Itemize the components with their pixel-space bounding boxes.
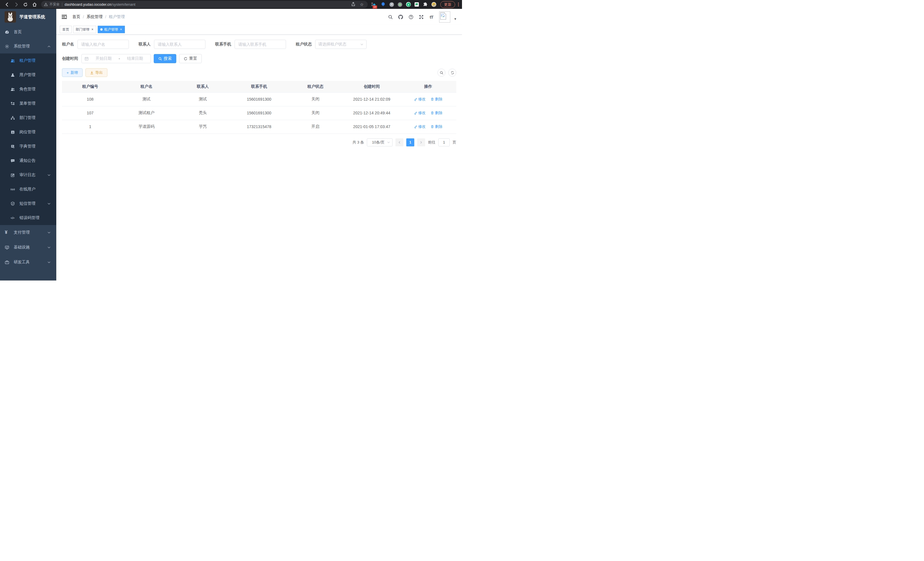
github-icon[interactable] (398, 14, 403, 20)
download-icon (90, 71, 94, 75)
browser-update-button[interactable]: 更新 (440, 1, 455, 8)
col-contact: 联系人 (175, 81, 231, 92)
trash-icon (430, 125, 434, 128)
col-create-time: 创建时间 (344, 81, 400, 92)
export-button[interactable]: 导出 (86, 68, 107, 77)
tag-dept[interactable]: 部门管理 × (73, 26, 96, 33)
edit-action[interactable]: 修改 (414, 97, 426, 102)
reset-button[interactable]: 重置 (179, 54, 202, 63)
sidebar-group-infra[interactable]: 基础设施 (0, 240, 56, 255)
tag-tenant[interactable]: 租户管理 × (98, 26, 125, 33)
browser-address-bar[interactable]: 不安全 dashboard.yudao.iocoder.cn/system/te… (41, 1, 368, 8)
extension-command-icon[interactable]: ⌘ (389, 2, 394, 7)
edit-action[interactable]: 修改 (414, 110, 426, 116)
status-select[interactable]: 请选择租户状态 (315, 40, 367, 49)
sidebar-item-label: 通知公告 (20, 158, 35, 163)
breadcrumb-home[interactable]: 首页 (72, 14, 80, 20)
total-count: 共 3 条 (352, 140, 364, 145)
refresh-table-button[interactable] (448, 69, 456, 77)
divider (62, 3, 62, 7)
next-page-button[interactable] (417, 138, 425, 146)
code-icon: </> (10, 216, 15, 220)
add-button[interactable]: + 新增 (62, 68, 82, 77)
sidebar-item-home[interactable]: 首页 (0, 25, 56, 39)
extension-balloon-icon[interactable] (381, 2, 386, 7)
share-icon[interactable] (351, 2, 356, 7)
bookmark-star-icon[interactable]: ☆ (360, 2, 364, 7)
sidebar-item-error-code[interactable]: </> 错误码管理 (0, 211, 56, 225)
browser-home-button[interactable] (32, 2, 37, 7)
sidebar-item-dept[interactable]: 部门管理 (0, 111, 56, 125)
avatar-caret-icon[interactable]: ▼ (454, 17, 457, 21)
sidebar-group-label: 审计日志 (20, 172, 35, 177)
extension-chat-icon[interactable] (415, 2, 419, 7)
trash-icon (430, 111, 434, 115)
page-size-select[interactable]: 10条/页 (367, 138, 393, 146)
toggle-search-button[interactable] (437, 69, 446, 77)
tag-close-icon[interactable]: × (120, 28, 122, 31)
extension-kite-icon[interactable]: ◆ 10 (372, 2, 377, 7)
site-security-chip[interactable]: 不安全 (44, 2, 60, 7)
refresh-icon (451, 71, 454, 75)
sidebar-item-online-user[interactable]: 在线用户 (0, 182, 56, 196)
start-date-placeholder[interactable]: 开始日期 (91, 56, 116, 61)
breadcrumb-current: 租户管理 (109, 14, 125, 20)
tag-label: 部门管理 (76, 27, 89, 32)
mobile-input[interactable] (235, 40, 286, 49)
browser-reload-button[interactable] (23, 2, 28, 7)
sidebar-group-pay[interactable]: ¥ 支付管理 (0, 225, 56, 240)
sidebar-item-label: 岗位管理 (20, 129, 35, 135)
notice-icon (10, 159, 15, 163)
sidebar-item-label: 租户管理 (20, 58, 35, 63)
sidebar-menu: 首页 系统管理 租户管理 用户管理 (0, 25, 56, 281)
sidebar-group-system[interactable]: 系统管理 (0, 39, 56, 53)
breadcrumb-system[interactable]: 系统管理 (87, 14, 103, 20)
sidebar-group-sms[interactable]: 短信管理 (0, 196, 56, 211)
tenant-name-input[interactable] (77, 40, 129, 49)
fullscreen-icon[interactable] (418, 14, 424, 20)
cell-tenant-id: 108 (62, 92, 118, 106)
extensions-puzzle-icon[interactable] (423, 2, 428, 7)
contact-input[interactable] (154, 40, 206, 49)
sidebar-item-label: 用户管理 (20, 72, 35, 77)
search-button[interactable]: 搜索 (154, 54, 176, 63)
browser-back-button[interactable] (4, 2, 10, 7)
extension-yuque-icon[interactable]: y (406, 2, 411, 7)
font-size-icon[interactable]: tT (429, 14, 434, 20)
page-number-1[interactable]: 1 (406, 138, 414, 146)
sidebar-group-audit-log[interactable]: 审计日志 (0, 168, 56, 182)
browser-menu-icon[interactable] (458, 3, 459, 6)
sidebar-item-label: 字典管理 (20, 144, 35, 149)
tag-close-icon[interactable]: × (91, 28, 94, 31)
sidebar-item-tenant[interactable]: 租户管理 (0, 53, 56, 68)
chevron-right-icon (420, 141, 423, 144)
sidebar-item-role[interactable]: 角色管理 (0, 82, 56, 96)
help-icon[interactable] (408, 14, 413, 20)
tenant-page: 租户名 联系人 联系手机 租户状态 请选择租户状态 (56, 35, 462, 281)
delete-action[interactable]: 删除 (430, 97, 442, 102)
sidebar-item-post[interactable]: 岗位管理 (0, 125, 56, 139)
delete-action[interactable]: 删除 (430, 110, 442, 116)
status-select-placeholder: 请选择租户状态 (318, 42, 360, 47)
prev-page-button[interactable] (395, 138, 404, 146)
profile-avatar-icon[interactable] (431, 2, 436, 7)
goto-page-input[interactable] (438, 138, 450, 146)
sidebar-item-notice[interactable]: 通知公告 (0, 153, 56, 168)
infra-icon (5, 245, 9, 250)
user-avatar[interactable] (439, 11, 450, 23)
warning-icon (44, 3, 48, 6)
sidebar-toggle-icon[interactable] (62, 14, 67, 20)
end-date-placeholder[interactable]: 结束日期 (122, 56, 148, 61)
sidebar-item-dict[interactable]: 字典管理 (0, 139, 56, 153)
header-search-icon[interactable] (388, 14, 393, 20)
date-range-picker[interactable]: 开始日期 - 结束日期 (81, 54, 151, 63)
sidebar-group-dev-tools[interactable]: 研发工具 (0, 255, 56, 270)
sidebar-item-user[interactable]: 用户管理 (0, 68, 56, 82)
edit-action[interactable]: 修改 (414, 124, 426, 129)
tag-home[interactable]: 首页 (60, 26, 72, 33)
extension-recorder-icon[interactable] (398, 2, 402, 7)
sidebar-item-menu[interactable]: 菜单管理 (0, 96, 56, 111)
delete-action[interactable]: 删除 (430, 124, 442, 129)
browser-forward-button[interactable] (14, 2, 19, 7)
sidebar-logo[interactable]: 芋道管理系统 (0, 9, 56, 25)
